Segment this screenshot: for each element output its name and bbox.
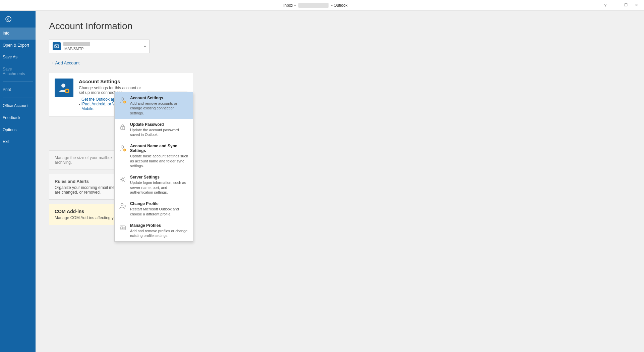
dropdown-item-account-name-sync-icon [119, 144, 127, 152]
svg-point-17 [122, 128, 123, 129]
account-dropdown-icon [53, 42, 61, 50]
svg-point-25 [122, 179, 124, 181]
account-name-blurred [63, 42, 90, 46]
dropdown-item-manage-profiles-text: Manage Profiles Add and remove profiles … [130, 223, 189, 238]
dropdown-item-update-password[interactable]: Update Password Update the account passw… [115, 119, 193, 141]
app-body: Info Open & Export Save As Save Attachme… [0, 11, 644, 352]
titlebar-app-label: - Outlook [331, 3, 348, 8]
svg-rect-8 [68, 91, 69, 91]
svg-rect-22 [124, 151, 125, 152]
sidebar-divider-1 [3, 82, 33, 82]
dropdown-item-update-password-text: Update Password Update the account passw… [130, 122, 189, 137]
main-content: Account Information IMAP/SMTP ▾ + Add Ac [36, 11, 644, 352]
titlebar-email [298, 3, 329, 8]
dropdown-item-account-settings-icon [119, 96, 127, 104]
sidebar-item-office-account[interactable]: Office Account [0, 100, 36, 112]
svg-point-2 [61, 84, 65, 88]
sidebar-item-save-attachments: Save Attachments [0, 63, 36, 80]
dropdown-item-account-settings[interactable]: Account Settings... Add and remove accou… [115, 92, 193, 119]
svg-rect-14 [123, 102, 124, 102]
dropdown-arrow-icon: ▾ [144, 45, 146, 48]
svg-rect-13 [124, 103, 125, 104]
titlebar: Inbox - - Outlook ? — ❐ ✕ [0, 0, 644, 11]
svg-rect-28 [121, 227, 123, 229]
svg-rect-1 [55, 45, 59, 48]
svg-point-11 [124, 102, 125, 103]
dropdown-item-account-settings-text: Account Settings... Add and remove accou… [130, 96, 189, 115]
sidebar-back-button[interactable] [1, 12, 15, 26]
dropdown-item-update-password-icon [119, 123, 127, 131]
close-button[interactable]: ✕ [632, 2, 641, 9]
svg-rect-24 [125, 150, 126, 150]
dropdown-item-change-profile-text: Change Profile Restart Microsoft Outlook… [130, 201, 189, 216]
account-selector-row: IMAP/SMTP ▾ [49, 40, 631, 53]
sidebar-item-info[interactable]: Info [0, 28, 36, 40]
account-settings-card: Account Settings Change settings for thi… [49, 73, 193, 117]
svg-rect-6 [67, 92, 67, 93]
svg-point-0 [6, 16, 11, 22]
restore-button[interactable]: ❐ [621, 2, 631, 9]
account-settings-icon [55, 79, 73, 97]
svg-point-18 [121, 146, 124, 148]
sidebar-item-feedback[interactable]: Feedback [0, 112, 36, 124]
titlebar-center: Inbox - - Outlook [283, 3, 347, 8]
help-button[interactable]: ? [601, 3, 609, 8]
dropdown-item-account-name-sync[interactable]: Account Name and Sync Settings Update ba… [115, 140, 193, 171]
dropdown-item-account-name-sync-text: Account Name and Sync Settings Update ba… [130, 144, 189, 168]
sidebar: Info Open & Export Save As Save Attachme… [0, 11, 36, 352]
svg-point-20 [124, 150, 125, 151]
dropdown-item-change-profile-icon [119, 202, 127, 210]
account-settings-title: Account Settings [79, 79, 147, 84]
svg-point-4 [66, 90, 68, 92]
svg-rect-15 [125, 102, 126, 102]
dropdown-item-server-settings-icon [119, 175, 127, 184]
account-name-area: IMAP/SMTP [63, 42, 141, 51]
titlebar-inbox-label: Inbox - [283, 3, 296, 8]
add-account-button[interactable]: + Add Account [49, 58, 82, 67]
sidebar-item-save-as[interactable]: Save As [0, 51, 36, 63]
dropdown-item-change-profile[interactable]: Change Profile Restart Microsoft Outlook… [115, 198, 193, 220]
svg-rect-12 [124, 101, 125, 101]
svg-rect-23 [123, 150, 124, 150]
svg-rect-5 [67, 89, 67, 90]
sidebar-item-open-export[interactable]: Open & Export [0, 40, 36, 52]
minimize-button[interactable]: — [610, 2, 620, 9]
account-settings-dropdown-menu: Account Settings... Add and remove accou… [114, 92, 193, 242]
svg-point-26 [121, 204, 123, 206]
sidebar-item-options[interactable]: Options [0, 124, 36, 136]
dropdown-item-manage-profiles-icon [119, 224, 127, 232]
dropdown-item-manage-profiles[interactable]: Manage Profiles Add and remove profiles … [115, 220, 193, 242]
svg-point-9 [121, 98, 124, 100]
account-type: IMAP/SMTP [63, 47, 141, 51]
sidebar-item-print[interactable]: Print [0, 84, 36, 96]
svg-rect-21 [124, 149, 125, 149]
dropdown-item-server-settings-text: Server Settings Update logon information… [130, 175, 189, 195]
dropdown-item-server-settings[interactable]: Server Settings Update logon information… [115, 171, 193, 198]
sidebar-divider-2 [3, 98, 33, 98]
page-title: Account Information [49, 21, 631, 32]
svg-rect-7 [65, 91, 66, 91]
sidebar-item-exit[interactable]: Exit [0, 136, 36, 148]
account-dropdown[interactable]: IMAP/SMTP ▾ [49, 40, 150, 53]
